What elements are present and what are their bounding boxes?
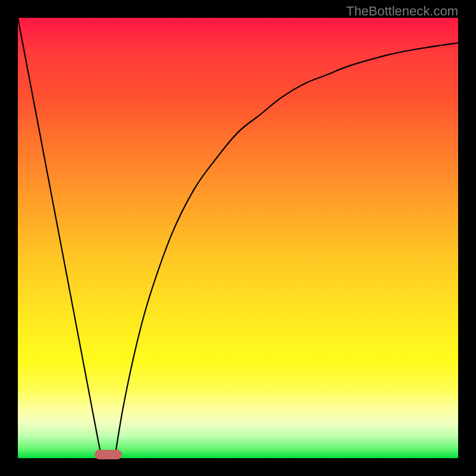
curves-svg (18, 18, 458, 458)
watermark-text: TheBottleneck.com (346, 4, 458, 19)
bottleneck-marker (95, 450, 122, 459)
right-curve (115, 43, 458, 458)
plot-area (18, 18, 458, 458)
left-line (18, 18, 102, 458)
chart-frame: TheBottleneck.com (0, 0, 476, 476)
